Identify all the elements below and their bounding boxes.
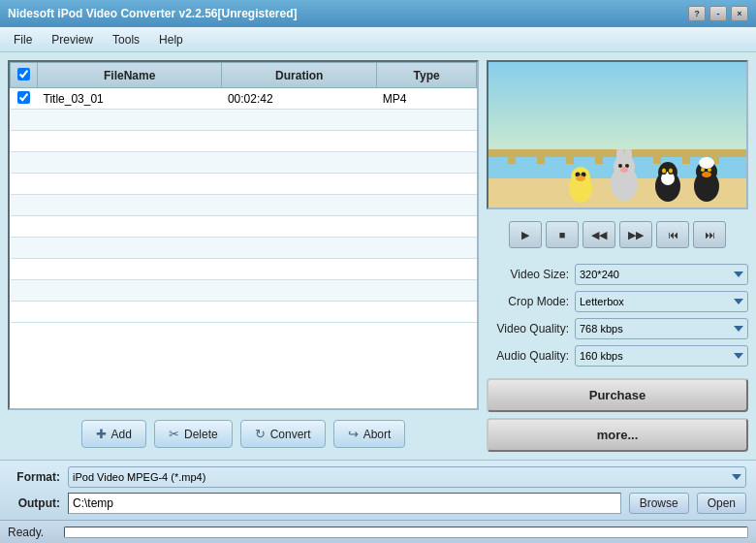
format-select[interactable]: iPod Video MPEG-4 (*.mp4) iPod Video H.2…: [68, 466, 746, 488]
menu-file[interactable]: File: [4, 30, 42, 49]
status-text: Ready.: [8, 526, 56, 539]
next-button[interactable]: ⏭: [693, 221, 726, 248]
svg-rect-9: [682, 130, 690, 164]
svg-rect-3: [508, 130, 516, 164]
add-label: Add: [111, 428, 132, 441]
video-quality-row: Video Quality: 768 kbps 512 kbps 1024 kb…: [487, 318, 748, 339]
format-label: Format:: [10, 470, 60, 484]
table-row-empty: [11, 174, 477, 195]
right-panel: ▶ ■ ◀◀ ▶▶ ⏮ ⏭ Video Size: 320*240 640*48…: [487, 60, 748, 452]
convert-button[interactable]: ↻ Convert: [240, 420, 326, 448]
audio-quality-select[interactable]: 160 kbps 128 kbps 192 kbps: [575, 345, 748, 367]
row-checkbox[interactable]: [17, 91, 30, 104]
delete-icon: ✂: [169, 427, 179, 441]
menubar: File Preview Tools Help: [0, 27, 756, 52]
audio-quality-label: Audio Quality:: [487, 349, 569, 363]
action-buttons: ✚ Add ✂ Delete ↻ Convert ↪ Abort: [8, 416, 479, 452]
row-type: MP4: [377, 88, 477, 110]
svg-point-18: [616, 144, 624, 167]
convert-icon: ↻: [255, 427, 266, 441]
svg-rect-10: [711, 130, 719, 164]
play-button[interactable]: ▶: [509, 221, 542, 248]
row-filename: Title_03_01: [38, 88, 222, 110]
delete-label: Delete: [184, 428, 218, 441]
col-header-duration: Duration: [222, 63, 377, 88]
video-size-select[interactable]: 320*240 640*480 176*144: [575, 264, 748, 285]
open-button[interactable]: Open: [697, 493, 746, 514]
add-icon: ✚: [96, 427, 107, 441]
row-duration: 00:02:42: [222, 88, 377, 110]
menu-preview[interactable]: Preview: [42, 30, 103, 49]
svg-point-19: [624, 144, 632, 167]
crop-mode-select[interactable]: Letterbox Pan&Scan Stretch: [575, 291, 748, 312]
close-button[interactable]: ×: [731, 6, 748, 21]
table-row-empty: [11, 302, 477, 323]
svg-point-34: [708, 168, 711, 172]
menu-help[interactable]: Help: [149, 30, 193, 49]
select-all-checkbox[interactable]: [17, 68, 30, 80]
row-checkbox-cell[interactable]: [11, 88, 38, 110]
app-title: Nidesoft iPod Video Converter v2.2.56[Un…: [8, 7, 298, 20]
video-size-label: Video Size:: [487, 268, 569, 281]
menu-tools[interactable]: Tools: [103, 30, 149, 49]
forward-button[interactable]: ▶▶: [619, 221, 652, 248]
settings-area: Video Size: 320*240 640*480 176*144 Crop…: [487, 260, 748, 370]
crop-mode-label: Crop Mode:: [487, 295, 569, 308]
table-row-empty: [11, 110, 477, 131]
col-header-check: [11, 63, 38, 88]
video-quality-select[interactable]: 768 kbps 512 kbps 1024 kbps: [575, 318, 748, 339]
svg-rect-6: [595, 130, 603, 164]
left-panel: FileName Duration Type Title_03_01 00:02…: [8, 60, 479, 452]
more-button[interactable]: more...: [487, 418, 748, 452]
titlebar: Nidesoft iPod Video Converter v2.2.56[Un…: [0, 0, 756, 27]
table-row-empty: [11, 259, 477, 280]
col-header-type: Type: [377, 63, 477, 88]
transport-controls: ▶ ■ ◀◀ ▶▶ ⏮ ⏭: [487, 217, 748, 252]
svg-point-29: [669, 169, 673, 174]
svg-point-35: [702, 172, 711, 177]
svg-rect-5: [566, 130, 574, 164]
browse-button[interactable]: Browse: [629, 493, 689, 514]
video-size-row: Video Size: 320*240 640*480 176*144: [487, 264, 748, 285]
table-row-empty: [11, 216, 477, 238]
svg-point-22: [620, 167, 628, 173]
purchase-area: Purchase more...: [487, 378, 748, 452]
table-row-empty: [11, 131, 477, 152]
col-header-filename: FileName: [38, 63, 222, 88]
format-row: Format: iPod Video MPEG-4 (*.mp4) iPod V…: [10, 466, 746, 488]
rewind-button[interactable]: ◀◀: [583, 221, 615, 248]
output-label: Output:: [10, 496, 60, 510]
table-row-empty: [11, 280, 477, 302]
abort-label: Abort: [363, 428, 392, 441]
svg-rect-4: [537, 130, 545, 164]
file-table: FileName Duration Type Title_03_01 00:02…: [10, 62, 477, 323]
output-input[interactable]: [68, 493, 621, 514]
audio-quality-row: Audio Quality: 160 kbps 128 kbps 192 kbp…: [487, 345, 748, 367]
add-button[interactable]: ✚ Add: [81, 420, 146, 448]
table-row[interactable]: Title_03_01 00:02:42 MP4: [11, 88, 477, 110]
svg-point-15: [576, 176, 585, 181]
prev-button[interactable]: ⏮: [656, 221, 689, 248]
abort-icon: ↪: [348, 427, 359, 441]
svg-point-20: [618, 164, 622, 168]
svg-point-28: [662, 169, 666, 174]
bottom-area: Format: iPod Video MPEG-4 (*.mp4) iPod V…: [0, 460, 756, 520]
preview-image: [488, 62, 746, 208]
purchase-button[interactable]: Purchase: [487, 378, 748, 412]
stop-button[interactable]: ■: [546, 221, 579, 248]
statusbar: Ready.: [0, 520, 756, 543]
abort-button[interactable]: ↪ Abort: [333, 420, 406, 448]
minimize-button[interactable]: -: [709, 6, 727, 21]
progress-bar-container: [64, 527, 748, 538]
preview-area: [487, 60, 748, 209]
crop-mode-row: Crop Mode: Letterbox Pan&Scan Stretch: [487, 291, 748, 312]
titlebar-buttons: ? - ×: [688, 6, 748, 21]
help-button[interactable]: ?: [688, 6, 706, 21]
convert-label: Convert: [270, 428, 311, 441]
file-table-container: FileName Duration Type Title_03_01 00:02…: [8, 60, 479, 410]
video-quality-label: Video Quality:: [487, 322, 569, 335]
table-row-empty: [11, 195, 477, 216]
delete-button[interactable]: ✂ Delete: [154, 420, 233, 448]
table-row-empty: [11, 238, 477, 259]
svg-rect-8: [653, 130, 661, 164]
